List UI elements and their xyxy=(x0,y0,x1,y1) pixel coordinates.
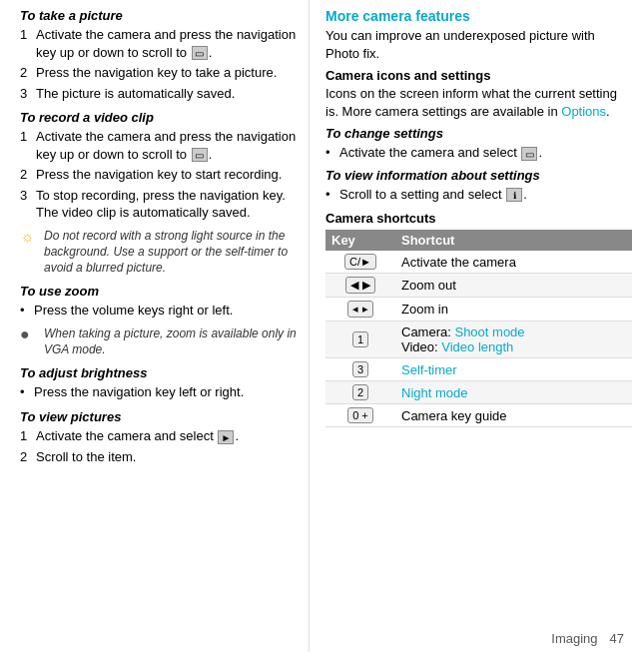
camera-shortcuts-heading: Camera shortcuts xyxy=(325,211,632,226)
record-video-list: 1 Activate the camera and press the navi… xyxy=(20,128,297,222)
key-badge: 0 + xyxy=(347,407,373,423)
intro-text: You can improve an underexposed picture … xyxy=(325,27,632,62)
table-row: ◂ ▸ Zoom in xyxy=(325,298,632,322)
table-row: 1 Camera: Shoot modeVideo: Video length xyxy=(325,322,632,358)
section-record-video-title: To record a video clip xyxy=(20,110,297,125)
key-cell: 2 xyxy=(325,381,395,404)
page-container: To take a picture 1 Activate the camera … xyxy=(0,0,644,652)
key-cell: 0 + xyxy=(325,404,395,427)
page-number: 47 xyxy=(610,631,624,646)
view-info-title: To view information about settings xyxy=(325,168,632,183)
list-item: 3 To stop recording, press the navigatio… xyxy=(20,187,297,222)
take-picture-list: 1 Activate the camera and press the navi… xyxy=(20,26,297,102)
table-row: 0 + Camera key guide xyxy=(325,404,632,427)
brightness-list: • Press the navigation key left or right… xyxy=(20,383,297,401)
key-cell: ◂ ▸ xyxy=(325,298,395,322)
shortcut-cell: Camera: Shoot modeVideo: Video length xyxy=(395,322,632,358)
key-badge: ◂ ▸ xyxy=(347,301,372,318)
shortcut-cell: Night mode xyxy=(395,381,632,404)
info-box-vga: ● When taking a picture, zoom is availab… xyxy=(20,326,297,357)
list-item: 1 Activate the camera and select ►. xyxy=(20,427,297,445)
key-badge: 3 xyxy=(352,361,368,377)
video-length-link[interactable]: Video length xyxy=(441,339,513,354)
list-item: • Press the volume keys right or left. xyxy=(20,302,297,320)
settings-icon: ▭ xyxy=(521,147,537,161)
options-link[interactable]: Options xyxy=(561,104,606,119)
play-icon: ► xyxy=(218,430,234,444)
key-badge: 1 xyxy=(352,331,368,347)
section-take-picture-title: To take a picture xyxy=(20,8,297,23)
table-row: C/► Activate the camera xyxy=(325,251,632,274)
camera-icons-text: Icons on the screen inform what the curr… xyxy=(325,85,632,120)
key-cell: C/► xyxy=(325,251,395,274)
list-item: 2 Press the navigation key to take a pic… xyxy=(20,64,297,82)
col-key: Key xyxy=(325,230,395,251)
info-select-icon: ℹ xyxy=(506,188,522,202)
table-row: 3 Self-timer xyxy=(325,358,632,381)
list-item: • Press the navigation key left or right… xyxy=(20,383,297,401)
camera-icons-heading: Camera icons and settings xyxy=(325,68,632,83)
table-row: 2 Night mode xyxy=(325,381,632,404)
view-pictures-list: 1 Activate the camera and select ►. 2 Sc… xyxy=(20,427,297,465)
list-item: 2 Scroll to the item. xyxy=(20,448,297,466)
note-box-light: ☼ Do not record with a strong light sour… xyxy=(20,228,297,277)
list-item: 3 The picture is automatically saved. xyxy=(20,85,297,103)
list-item: 1 Activate the camera and press the navi… xyxy=(20,26,297,61)
key-cell: 1 xyxy=(325,322,395,358)
key-badge: C/► xyxy=(344,254,376,270)
zoom-list: • Press the volume keys right or left. xyxy=(20,302,297,320)
more-camera-features-heading: More camera features xyxy=(325,8,632,24)
section-label: Imaging xyxy=(551,631,597,646)
section-view-pictures-title: To view pictures xyxy=(20,409,297,424)
shoot-mode-link[interactable]: Shoot mode xyxy=(454,325,524,339)
view-info-list: • Scroll to a setting and select ℹ. xyxy=(325,186,632,204)
change-settings-title: To change settings xyxy=(325,126,632,141)
shortcuts-table: Key Shortcut C/► Activate the camera ◀ ▶… xyxy=(325,230,632,427)
key-cell: ◀ ▶ xyxy=(325,274,395,298)
key-badge: ◀ ▶ xyxy=(345,277,374,294)
shortcut-cell: Camera key guide xyxy=(395,404,632,427)
shortcut-cell: Self-timer xyxy=(395,358,632,381)
key-cell: 3 xyxy=(325,358,395,381)
table-header-row: Key Shortcut xyxy=(325,230,632,251)
shortcut-cell: Zoom out xyxy=(395,274,632,298)
list-item: • Activate the camera and select ▭. xyxy=(325,144,632,162)
video-icon: ▭ xyxy=(192,148,208,162)
camera-icon: ▭ xyxy=(192,46,208,60)
night-mode-link[interactable]: Night mode xyxy=(401,385,467,400)
table-row: ◀ ▶ Zoom out xyxy=(325,274,632,298)
change-settings-list: • Activate the camera and select ▭. xyxy=(325,144,632,162)
note-icon: ☼ xyxy=(20,226,42,248)
list-item: 2 Press the navigation key to start reco… xyxy=(20,166,297,184)
footer: Imaging 47 xyxy=(0,625,644,652)
self-timer-link[interactable]: Self-timer xyxy=(401,362,457,377)
list-item: • Scroll to a setting and select ℹ. xyxy=(325,186,632,204)
key-badge: 2 xyxy=(352,384,368,400)
list-item: 1 Activate the camera and press the navi… xyxy=(20,128,297,163)
shortcut-cell: Activate the camera xyxy=(395,251,632,274)
section-zoom-title: To use zoom xyxy=(20,284,297,299)
col-shortcut: Shortcut xyxy=(395,230,632,251)
info-icon: ● xyxy=(20,324,42,345)
shortcut-cell: Zoom in xyxy=(395,298,632,322)
left-column: To take a picture 1 Activate the camera … xyxy=(0,0,310,652)
section-brightness-title: To adjust brightness xyxy=(20,365,297,380)
right-column: More camera features You can improve an … xyxy=(310,0,644,652)
